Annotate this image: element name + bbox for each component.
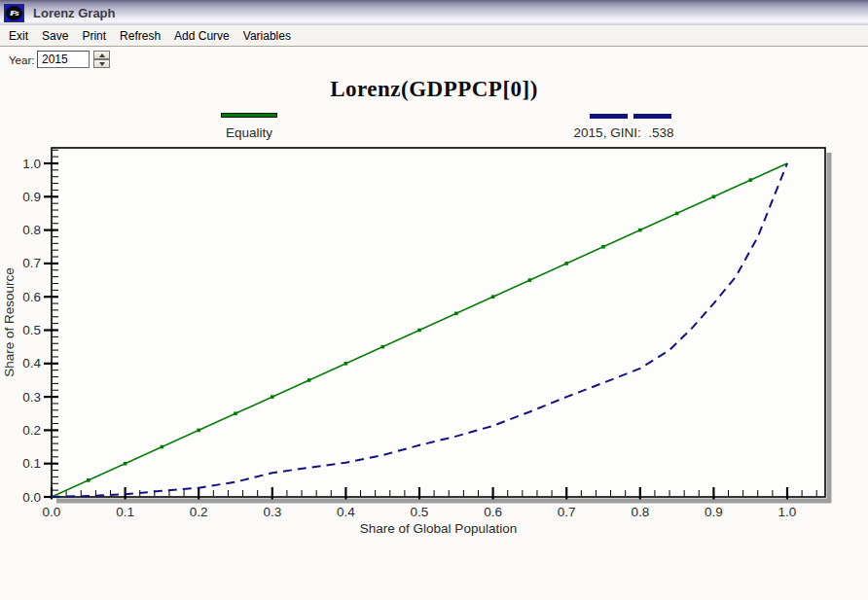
y-tick-label: 0.1 [22, 456, 41, 471]
x-tick-label: 0.2 [190, 505, 208, 519]
x-tick-label: 0.0 [43, 505, 61, 519]
equality-marker [528, 278, 532, 282]
equality-marker [454, 312, 458, 316]
x-tick-label: 0.7 [558, 505, 576, 519]
equality-marker [638, 229, 642, 232]
x-axis-title: Share of Global Population [360, 521, 517, 536]
lorenz-plot: 0.00.10.20.30.40.50.60.70.80.91.00.00.10… [0, 0, 868, 600]
plot-shadow-bottom [56, 499, 831, 504]
x-tick-label: 0.1 [116, 505, 134, 519]
x-tick-label: 0.5 [411, 505, 429, 519]
x-tick-label: 0.9 [705, 505, 723, 519]
equality-marker [675, 212, 679, 216]
y-tick-label: 0.0 [22, 490, 41, 505]
equality-marker [307, 378, 311, 382]
y-tick-label: 1.0 [22, 157, 41, 171]
equality-marker [564, 262, 568, 265]
y-tick-label: 0.7 [22, 256, 41, 270]
x-tick-label: 0.8 [631, 505, 649, 519]
lorenz-graph-window: IFs Lorenz Graph Exit Save Print Refresh… [0, 0, 868, 600]
equality-marker [344, 362, 348, 366]
y-tick-label: 0.5 [22, 323, 41, 337]
equality-marker [601, 245, 605, 249]
y-tick-label: 0.2 [22, 423, 41, 438]
equality-marker [161, 445, 164, 449]
y-tick-label: 0.6 [22, 290, 41, 304]
y-tick-label: 0.3 [22, 390, 41, 405]
equality-marker [271, 395, 274, 399]
equality-marker [380, 345, 384, 349]
equality-marker [491, 295, 495, 299]
equality-marker [197, 429, 200, 433]
x-tick-label: 0.6 [484, 505, 502, 519]
x-tick-label: 0.4 [337, 505, 355, 519]
plot-shadow-right [827, 153, 832, 503]
y-tick-label: 0.8 [22, 223, 41, 237]
equality-marker [124, 462, 127, 466]
y-tick-label: 0.9 [22, 190, 41, 204]
y-tick-label: 0.4 [22, 356, 41, 371]
x-tick-label: 1.0 [778, 505, 797, 519]
equality-marker [417, 329, 421, 333]
x-tick-label: 0.3 [263, 505, 281, 519]
y-axis-title: Share of Resource [2, 267, 17, 377]
equality-marker [87, 478, 90, 482]
equality-marker [234, 411, 237, 415]
equality-marker [712, 195, 716, 199]
equality-marker [748, 178, 752, 182]
